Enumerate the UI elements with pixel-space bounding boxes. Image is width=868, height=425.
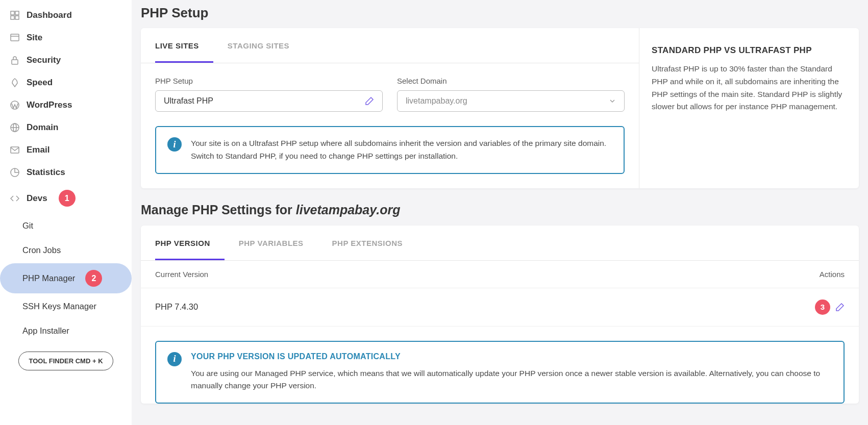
mail-icon [10, 145, 19, 155]
lock-icon [10, 56, 19, 65]
sidebar-item-label: Site [27, 33, 42, 43]
main-content: PHP Setup LIVE SITES STAGING SITES PHP S… [132, 0, 868, 425]
table-header: Current Version Actions [141, 261, 859, 288]
svg-rect-0 [11, 11, 14, 15]
sidebar-item-label: Devs [27, 193, 47, 204]
svg-rect-4 [11, 34, 19, 41]
setup-info-text: Your site is on a Ultrafast PHP setup wh… [191, 137, 612, 163]
sidebar-item-statistics[interactable]: Statistics [0, 161, 132, 184]
code-icon [10, 194, 19, 203]
sidebar-subitem-label: PHP Manager [22, 273, 75, 283]
sidebar-subitem-label: Git [22, 221, 33, 231]
edit-version-button[interactable]: 3 [815, 299, 845, 315]
domain-select[interactable]: livetampabay.org [397, 90, 625, 112]
svg-rect-11 [11, 147, 19, 153]
sidebar: Dashboard Site Security Speed WordPress [0, 0, 132, 425]
rocket-icon [10, 78, 19, 87]
col-version: Current Version [155, 270, 208, 279]
tab-staging-sites[interactable]: STAGING SITES [228, 28, 304, 63]
site-icon [10, 33, 19, 42]
sidebar-item-label: Security [27, 55, 61, 65]
sidebar-subitem-label: Cron Jobs [22, 245, 61, 255]
sidebar-item-label: Speed [27, 78, 53, 88]
aside-panel: STANDARD PHP VS ULTRAFAST PHP Ultrafast … [639, 28, 859, 188]
sidebar-item-label: Dashboard [27, 10, 72, 20]
manage-section-title: Manage PHP Settings for livetampabay.org [141, 203, 859, 217]
sidebar-item-devs[interactable]: Devs 1 [0, 184, 132, 213]
manage-info-body: You are using our Managed PHP service, w… [191, 367, 832, 393]
sidebar-item-site[interactable]: Site [0, 27, 132, 49]
dashboard-icon [10, 11, 19, 20]
sidebar-item-wordpress[interactable]: WordPress [0, 94, 132, 116]
sidebar-item-security[interactable]: Security [0, 49, 132, 71]
tab-live-sites[interactable]: LIVE SITES [155, 28, 213, 63]
php-setup-label: PHP Setup [155, 77, 383, 85]
php-version-value: PHP 7.4.30 [155, 302, 198, 312]
php-setup-panel: LIVE SITES STAGING SITES PHP Setup Ultra… [141, 28, 639, 188]
php-setup-select[interactable]: Ultrafast PHP [155, 90, 383, 112]
sidebar-subitem-git[interactable]: Git [0, 214, 132, 237]
php-setup-value: Ultrafast PHP [164, 96, 213, 106]
chevron-down-icon [609, 97, 616, 105]
sidebar-item-dashboard[interactable]: Dashboard [0, 4, 132, 27]
sidebar-subitem-php-manager[interactable]: PHP Manager 2 [0, 263, 132, 293]
wordpress-icon [10, 101, 19, 110]
sidebar-subitem-label: App Installer [22, 326, 69, 336]
svg-rect-2 [11, 16, 14, 19]
pencil-icon [835, 303, 845, 312]
sidebar-item-speed[interactable]: Speed [0, 71, 132, 94]
sidebar-item-email[interactable]: Email [0, 139, 132, 161]
info-icon: i [167, 137, 182, 152]
sidebar-subitem-ssh[interactable]: SSH Keys Manager [0, 295, 132, 318]
svg-rect-6 [12, 60, 18, 64]
sidebar-item-label: Domain [27, 122, 58, 133]
chart-icon [10, 168, 19, 177]
table-row: PHP 7.4.30 3 [141, 288, 859, 327]
step-badge-2: 2 [85, 270, 102, 287]
domain-value: livetampabay.org [406, 96, 467, 106]
tab-php-version[interactable]: PHP VERSION [155, 226, 225, 260]
col-actions: Actions [820, 270, 845, 279]
site-tabs: LIVE SITES STAGING SITES [141, 28, 639, 63]
sidebar-item-label: Email [27, 145, 49, 155]
sidebar-subitem-label: SSH Keys Manager [22, 302, 96, 311]
manage-tabs: PHP VERSION PHP VARIABLES PHP EXTENSIONS [141, 226, 859, 261]
setup-info-box: i Your site is on a Ultrafast PHP setup … [155, 126, 625, 174]
tool-finder-button[interactable]: TOOL FINDER CMD + K [18, 352, 113, 370]
domain-label: Select Domain [397, 77, 625, 85]
tab-php-variables[interactable]: PHP VARIABLES [239, 226, 318, 260]
svg-rect-1 [15, 11, 19, 15]
aside-body: Ultrafast PHP is up to 30% faster than t… [652, 63, 847, 113]
step-badge-3: 3 [815, 299, 830, 315]
manage-info-box: i YOUR PHP VERSION IS UPDATED AUTOMATICA… [155, 341, 845, 404]
manage-info-title: YOUR PHP VERSION IS UPDATED AUTOMATICALL… [191, 352, 832, 361]
sidebar-item-domain[interactable]: Domain [0, 116, 132, 139]
manage-panel: PHP VERSION PHP VARIABLES PHP EXTENSIONS… [141, 226, 859, 404]
globe-icon [10, 123, 19, 132]
aside-title: STANDARD PHP VS ULTRAFAST PHP [652, 45, 847, 56]
pencil-icon [365, 96, 374, 106]
sidebar-item-label: Statistics [27, 167, 65, 178]
info-icon: i [167, 352, 182, 366]
sidebar-subitem-cron[interactable]: Cron Jobs [0, 239, 132, 262]
sidebar-subitem-app-installer[interactable]: App Installer [0, 319, 132, 342]
svg-rect-3 [15, 16, 19, 19]
step-badge-1: 1 [59, 190, 76, 207]
sidebar-item-label: WordPress [27, 100, 72, 110]
tab-php-extensions[interactable]: PHP EXTENSIONS [332, 226, 417, 260]
page-title: PHP Setup [141, 5, 859, 21]
